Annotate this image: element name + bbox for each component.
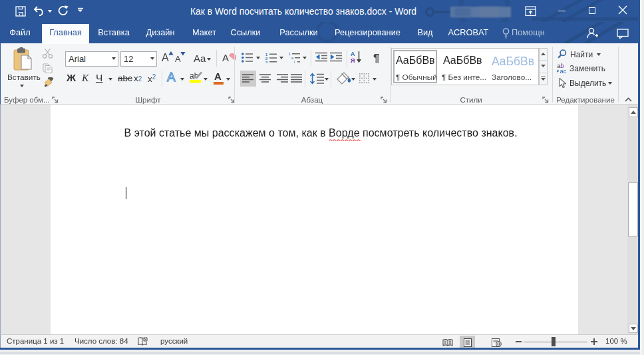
svg-text:А: А <box>351 51 355 57</box>
svg-text:Я: Я <box>351 57 355 64</box>
svg-text:1: 1 <box>289 52 291 56</box>
svg-text:3: 3 <box>265 61 268 64</box>
svg-text:i: i <box>294 60 295 63</box>
svg-text:ac: ac <box>560 67 567 73</box>
